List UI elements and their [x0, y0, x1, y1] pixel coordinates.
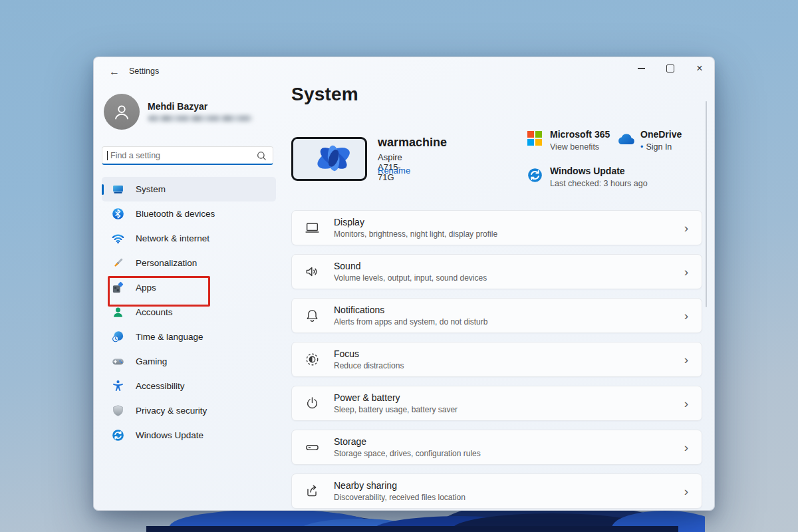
chevron-right-icon: › — [684, 441, 688, 454]
sidebar-item-label: Time & language — [136, 332, 203, 342]
page-title: System — [291, 84, 358, 105]
status-subtitle: •Sign In — [640, 142, 672, 152]
card-title: Focus — [334, 348, 404, 359]
gamepad-icon — [112, 355, 124, 368]
sidebar-nav: System Bluetooth & devices Network & int… — [102, 177, 276, 448]
brush-icon — [112, 257, 124, 269]
sidebar-item-accounts[interactable]: Accounts — [102, 300, 276, 325]
chevron-right-icon: › — [684, 485, 688, 497]
card-subtitle: Volume levels, output, input, sound devi… — [334, 273, 487, 283]
account-header[interactable]: Mehdi Bazyar — [102, 85, 276, 142]
rename-link[interactable]: Rename — [378, 166, 410, 176]
sidebar-item-label: Bluetooth & devices — [136, 209, 215, 219]
search-box — [102, 146, 273, 165]
onedrive-status[interactable]: OneDrive •Sign In — [616, 129, 702, 156]
card-subtitle: Monitors, brightness, night light, displ… — [334, 229, 497, 239]
scrollbar[interactable] — [706, 101, 708, 307]
back-arrow-icon: ← — [109, 66, 120, 78]
sidebar-item-label: Gaming — [136, 356, 167, 366]
microsoft-logo-icon — [527, 131, 542, 146]
sidebar-item-bluetooth-devices[interactable]: Bluetooth & devices — [102, 201, 276, 226]
sidebar-item-gaming[interactable]: Gaming — [102, 349, 276, 374]
chevron-right-icon: › — [684, 265, 688, 278]
sidebar-item-network-internet[interactable]: Network & internet — [102, 226, 276, 251]
chevron-right-icon: › — [684, 221, 688, 234]
settings-card-notifications[interactable]: NotificationsAlerts from apps and system… — [291, 298, 702, 333]
card-subtitle: Reduce distractions — [334, 361, 404, 370]
shield-icon — [112, 404, 124, 417]
status-title: OneDrive — [640, 129, 682, 140]
app-title: Settings — [129, 66, 159, 76]
microsoft365-status[interactable]: Microsoft 365 View benefits — [527, 129, 614, 156]
card-title: Display — [334, 217, 497, 227]
chevron-right-icon: › — [684, 309, 688, 322]
card-subtitle: Sleep, battery usage, battery saver — [334, 405, 458, 414]
sidebar-item-label: Network & internet — [136, 233, 209, 243]
settings-card-focus[interactable]: FocusReduce distractions › — [291, 342, 702, 377]
wifi-icon — [112, 232, 124, 245]
sidebar-item-label: Personalization — [136, 258, 197, 268]
monitor-icon — [304, 220, 321, 236]
system-icon — [112, 183, 124, 196]
sidebar-item-apps[interactable]: Apps — [102, 275, 276, 300]
settings-card-sound[interactable]: SoundVolume levels, output, input, sound… — [291, 254, 702, 289]
search-icon — [257, 151, 267, 164]
sidebar-item-privacy-security[interactable]: Privacy & security — [102, 398, 276, 423]
settings-card-storage[interactable]: StorageStorage space, drives, configurat… — [291, 430, 702, 465]
settings-card-nearby-sharing[interactable]: Nearby sharingDiscoverability, received … — [291, 473, 702, 509]
card-title: Nearby sharing — [334, 480, 466, 491]
onedrive-cloud-icon — [616, 134, 636, 149]
settings-card-power-battery[interactable]: Power & batterySleep, battery usage, bat… — [291, 386, 702, 421]
card-title: Storage — [334, 436, 481, 447]
sidebar: Mehdi Bazyar System Bluetoot — [102, 85, 276, 448]
sidebar-item-personalization[interactable]: Personalization — [102, 251, 276, 275]
selected-indicator — [102, 184, 104, 195]
card-title: Power & battery — [334, 392, 458, 403]
card-title: Notifications — [334, 305, 487, 315]
sidebar-item-label: Windows Update — [136, 430, 203, 440]
text-cursor — [107, 151, 108, 160]
bell-icon — [304, 308, 321, 324]
settings-window: ← Settings × Mehdi Bazyar — [93, 57, 715, 511]
card-subtitle: Storage space, drives, configuration rul… — [334, 449, 481, 458]
status-subtitle: Last checked: 3 hours ago — [550, 179, 648, 188]
avatar — [104, 94, 140, 130]
apps-icon — [112, 281, 124, 294]
windows-update-status[interactable]: Windows Update Last checked: 3 hours ago — [527, 166, 687, 192]
sidebar-item-accessibility[interactable]: Accessibility — [102, 374, 276, 398]
bullet-icon: • — [640, 142, 643, 152]
sidebar-item-label: Accounts — [136, 307, 173, 317]
speaker-icon — [304, 264, 321, 280]
card-subtitle: Alerts from apps and system, do not dist… — [334, 317, 487, 327]
main-content: System warmachine Aspire A715-71G Rename… — [291, 57, 702, 511]
card-title: Sound — [334, 261, 487, 271]
power-icon — [304, 396, 321, 412]
user-email-redacted — [148, 115, 253, 122]
sidebar-item-label: Apps — [136, 283, 156, 293]
search-input[interactable] — [109, 148, 245, 164]
chevron-right-icon: › — [684, 353, 688, 366]
device-name: warmachine — [378, 136, 447, 150]
user-name: Mehdi Bazyar — [148, 101, 207, 112]
settings-list: DisplayMonitors, brightness, night light… — [291, 210, 702, 509]
status-subtitle: View benefits — [550, 142, 599, 152]
storage-drive-icon — [304, 440, 321, 456]
card-subtitle: Discoverability, received files location — [334, 493, 466, 502]
device-thumbnail — [291, 137, 367, 181]
sync-icon — [112, 429, 124, 442]
settings-card-display[interactable]: DisplayMonitors, brightness, night light… — [291, 210, 702, 245]
sidebar-item-time-language[interactable]: Time & language — [102, 325, 276, 349]
share-icon — [304, 483, 321, 499]
accessibility-person-icon — [112, 380, 124, 392]
status-title: Microsoft 365 — [550, 129, 610, 140]
sidebar-item-windows-update[interactable]: Windows Update — [102, 423, 276, 448]
status-title: Windows Update — [550, 166, 625, 176]
back-button[interactable]: ← — [103, 63, 126, 81]
sidebar-item-label: Accessibility — [136, 381, 185, 391]
sidebar-item-label: System — [136, 184, 166, 194]
sidebar-item-system[interactable]: System — [102, 177, 276, 201]
bluetooth-icon — [112, 207, 124, 220]
person-icon — [112, 306, 124, 319]
sidebar-item-label: Privacy & security — [136, 406, 207, 416]
windows-update-sync-icon — [527, 168, 543, 186]
